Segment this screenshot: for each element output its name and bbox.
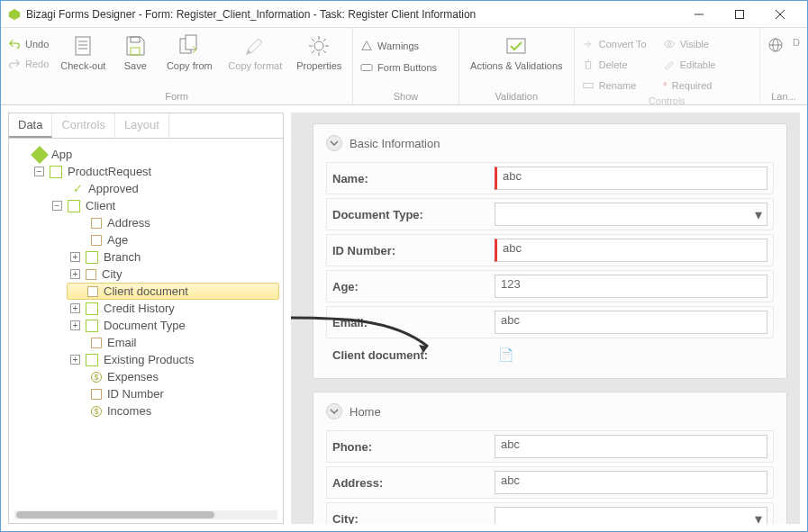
ribbon-group-lang: Lan... [760, 90, 807, 104]
globe-icon[interactable] [767, 37, 784, 53]
tree-branch[interactable]: Branch [104, 250, 141, 264]
check-icon: ✓ [73, 182, 83, 195]
ribbon-group-controls: Controls [575, 95, 759, 109]
ribbon-group-validation: Validation [459, 90, 574, 104]
actions-button[interactable]: Actions & Validations [467, 32, 566, 71]
name-input[interactable]: abc [495, 167, 767, 190]
field-idnumber[interactable]: ID Number: abc [326, 234, 774, 266]
ribbon: Undo Redo Check-out Save Copy from Copy … [1, 28, 807, 105]
age-input[interactable]: 123 [495, 275, 767, 298]
rename-button[interactable]: Rename [582, 77, 647, 95]
field-city[interactable]: City: ▾ [326, 502, 774, 524]
tree-address[interactable]: Address [107, 216, 150, 230]
titlebar: Bizagi Forms Designer - Form: Register_C… [1, 1, 807, 28]
idnumber-input[interactable]: abc [495, 239, 767, 262]
tree-incomes[interactable]: Incomes [107, 404, 151, 418]
phone-input[interactable]: abc [495, 435, 767, 458]
field-clientdocument[interactable]: Client document: 📄 [326, 342, 774, 367]
collapse-icon[interactable]: − [34, 167, 44, 176]
expand-icon[interactable]: + [70, 355, 80, 365]
svg-rect-23 [507, 39, 525, 53]
chevron-down-icon[interactable] [326, 135, 342, 151]
redo-button[interactable]: Redo [8, 55, 49, 73]
email-input[interactable]: abc [495, 311, 767, 334]
field-name[interactable]: Name: abc [326, 162, 774, 194]
tree-age[interactable]: Age [107, 233, 128, 247]
checkout-button[interactable]: Check-out [58, 32, 108, 71]
close-button[interactable] [759, 1, 800, 27]
warnings-button[interactable]: Warnings [360, 37, 419, 55]
delete-button[interactable]: Delete [582, 56, 647, 74]
required-button[interactable]: *Required [663, 77, 716, 95]
copyfrom-button[interactable]: Copy from [162, 32, 216, 71]
tree-documenttype[interactable]: Document Type [104, 319, 186, 332]
visible-button[interactable]: Visible [663, 35, 716, 53]
tabs: Data Controls Layout [9, 113, 283, 139]
tree-expenses[interactable]: Expenses [107, 370, 159, 383]
tab-data[interactable]: Data [9, 113, 52, 138]
expand-icon[interactable]: + [70, 303, 80, 313]
cube-icon [31, 146, 49, 164]
tree-credithistory[interactable]: Credit History [104, 302, 175, 315]
field-icon [87, 286, 98, 297]
expand-icon[interactable]: + [70, 252, 80, 262]
editable-button[interactable]: Editable [663, 56, 716, 74]
field-icon [91, 338, 102, 348]
group-home[interactable]: Home Phone: abc Address: abc City: ▾ [313, 392, 787, 524]
field-phone[interactable]: Phone: abc [326, 430, 774, 463]
svg-line-19 [323, 50, 326, 53]
ribbon-group-show: Show [353, 90, 458, 104]
money-icon: $ [91, 372, 102, 383]
tree-idnumber[interactable]: ID Number [107, 387, 164, 401]
chevron-down-icon[interactable] [326, 403, 342, 419]
doctype-select[interactable] [495, 203, 767, 226]
minimize-button[interactable] [678, 1, 719, 27]
field-icon [91, 389, 102, 400]
tab-controls[interactable]: Controls [52, 113, 114, 138]
horizontal-scrollbar[interactable] [14, 510, 277, 519]
svg-rect-5 [76, 37, 90, 55]
tree-client[interactable]: Client [86, 199, 115, 212]
app-icon [8, 8, 21, 21]
field-doctype[interactable]: Document Type: ▾ [326, 198, 774, 230]
tree-app[interactable]: App [51, 148, 72, 161]
expand-icon[interactable]: + [70, 320, 80, 330]
expand-icon[interactable]: + [70, 269, 80, 279]
scrollbar-thumb[interactable] [16, 511, 214, 518]
undo-button[interactable]: Undo [8, 35, 49, 53]
field-icon [91, 235, 102, 246]
svg-point-26 [667, 42, 671, 46]
canvas[interactable]: Basic Information Name: abc Document Typ… [291, 113, 800, 524]
maximize-button[interactable] [719, 1, 759, 27]
field-icon [91, 218, 102, 229]
field-age[interactable]: Age: 123 [326, 270, 774, 302]
group-basic-information[interactable]: Basic Information Name: abc Document Typ… [313, 123, 787, 379]
svg-marker-0 [9, 8, 20, 19]
tab-layout[interactable]: Layout [115, 113, 169, 138]
entity-icon [86, 320, 98, 332]
ribbon-group-form: Form [1, 90, 352, 104]
tree-productrequest[interactable]: ProductRequest [68, 165, 151, 178]
address-input[interactable]: abc [495, 471, 767, 494]
convert-button[interactable]: Convert To [582, 35, 647, 53]
svg-rect-22 [361, 65, 372, 71]
field-address[interactable]: Address: abc [326, 466, 774, 499]
tree-city[interactable]: City [102, 267, 122, 281]
entity-icon [86, 354, 98, 366]
field-email[interactable]: Email: abc [326, 306, 774, 338]
file-upload-icon[interactable]: 📄 [495, 347, 513, 362]
svg-rect-9 [131, 48, 140, 55]
formbuttons-button[interactable]: Form Buttons [360, 59, 437, 77]
tree-clientdocument[interactable]: Client document [104, 284, 188, 298]
left-panel: Data Controls Layout App −ProductRequest… [8, 113, 284, 524]
tree-existingproducts[interactable]: Existing Products [104, 353, 194, 366]
group-home-title: Home [350, 405, 381, 419]
properties-button[interactable]: Properties [294, 32, 344, 71]
save-button[interactable]: Save [117, 32, 153, 71]
collapse-icon[interactable]: − [52, 201, 62, 211]
tree[interactable]: App −ProductRequest ✓Approved −Client Ad… [9, 139, 283, 509]
city-select[interactable] [495, 507, 767, 524]
tree-approved[interactable]: Approved [88, 182, 139, 195]
copyformat-button[interactable]: Copy format [225, 32, 285, 71]
tree-email[interactable]: Email [107, 336, 137, 349]
